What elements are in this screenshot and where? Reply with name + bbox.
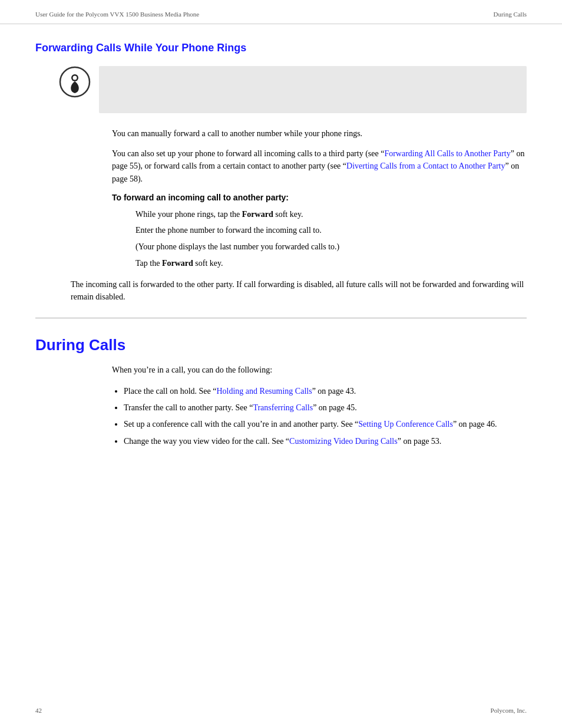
page: User Guide for the Polycom VVX 1500 Busi… <box>0 0 562 728</box>
bullet-1-suffix: ” on page 43. <box>312 387 356 396</box>
section1-heading: Forwarding Calls While Your Phone Rings <box>35 42 527 54</box>
bullet-2-prefix: Transfer the call to another party. See … <box>124 403 253 412</box>
body-text-2: You can also set up your phone to forwar… <box>112 147 527 186</box>
link-transferring-calls[interactable]: Transferring Calls <box>253 403 313 412</box>
step-1: While your phone rings, tap the Forward … <box>135 208 527 221</box>
step-4: Tap the Forward soft key. <box>135 257 527 270</box>
page-header: User Guide for the Polycom VVX 1500 Busi… <box>0 0 562 24</box>
during-calls-intro: When you’re in a call, you can do the fo… <box>112 364 527 377</box>
main-content: Forwarding Calls While Your Phone Rings … <box>0 24 562 477</box>
link-conference-calls[interactable]: Setting Up Conference Calls <box>358 420 453 429</box>
bullet-4-suffix: ” on page 53. <box>398 437 442 446</box>
body-text-1: You can manually forward a call to anoth… <box>112 127 527 140</box>
during-calls-heading: During Calls <box>35 336 527 354</box>
bullet-3-prefix: Set up a conference call with the call y… <box>124 420 358 429</box>
page-footer: 42 Polycom, Inc. <box>35 707 527 714</box>
info-icon <box>59 66 91 98</box>
bullet-2-suffix: ” on page 45. <box>313 403 357 412</box>
during-calls-list: Place the call on hold. See “Holding and… <box>124 385 527 449</box>
sub-heading-forward: To forward an incoming call to another p… <box>112 193 527 202</box>
list-item-transfer: Transfer the call to another party. See … <box>124 401 527 414</box>
link-customizing-video[interactable]: Customizing Video During Calls <box>289 437 398 446</box>
link-diverting-calls[interactable]: Diverting Calls from a Contact to Anothe… <box>346 162 505 170</box>
section-divider <box>35 318 527 318</box>
list-item-video: Change the way you view video for the ca… <box>124 435 527 448</box>
svg-point-2 <box>73 76 77 80</box>
step-2: Enter the phone number to forward the in… <box>135 224 527 237</box>
footer-page-number: 42 <box>35 707 42 714</box>
list-item-hold: Place the call on hold. See “Holding and… <box>124 385 527 398</box>
step-3: (Your phone displays the last number you… <box>135 241 527 253</box>
link-holding-resuming[interactable]: Holding and Resuming Calls <box>216 387 312 396</box>
header-right-text: During Calls <box>493 11 527 18</box>
header-left-text: User Guide for the Polycom VVX 1500 Busi… <box>35 11 199 18</box>
link-forwarding-all-calls[interactable]: Forwarding All Calls to Another Party <box>384 149 510 158</box>
note-image-placeholder <box>99 66 527 113</box>
bullet-4-prefix: Change the way you view video for the ca… <box>124 437 289 446</box>
footer-company: Polycom, Inc. <box>491 707 527 714</box>
closing-para: The incoming call is forwarded to the ot… <box>71 278 527 304</box>
bullet-3-suffix: ” on page 46. <box>453 420 497 429</box>
list-item-conference: Set up a conference call with the call y… <box>124 418 527 431</box>
steps-list: While your phone rings, tap the Forward … <box>35 208 527 270</box>
note-box <box>59 66 527 113</box>
during-calls-section: During Calls When you’re in a call, you … <box>35 336 527 448</box>
bullet-1-prefix: Place the call on hold. See “ <box>124 387 216 396</box>
body2-prefix: You can also set up your phone to forwar… <box>112 149 384 158</box>
